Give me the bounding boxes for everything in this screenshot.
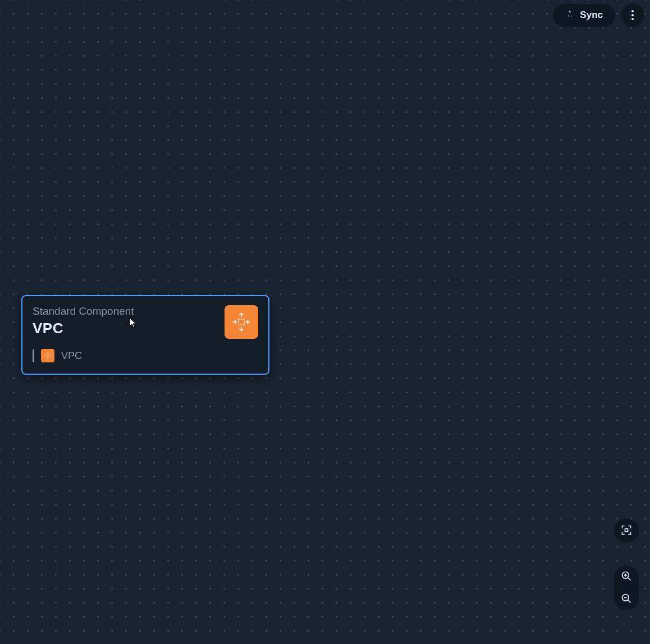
rocket-icon [565,10,574,21]
node-subtitle: Standard Component [33,305,225,318]
top-toolbar: Sync [553,3,644,27]
vpc-icon [225,305,258,339]
node-resource-row[interactable]: VPC [33,349,258,362]
zoom-out-icon [621,593,632,606]
node-title: VPC [33,320,225,337]
node-header: Standard Component VPC [33,305,258,339]
dots-vertical-icon [631,10,634,20]
resource-marker [33,349,34,362]
zoom-stack [614,565,639,610]
zoom-in-icon [621,571,632,583]
zoom-out-button[interactable] [614,588,639,610]
fit-screen-icon [621,525,632,537]
zoom-fit-button[interactable] [614,518,639,543]
vpc-icon [41,349,54,362]
svg-rect-0 [239,319,245,325]
sync-label: Sync [580,10,603,21]
svg-rect-2 [625,528,628,531]
zoom-in-button[interactable] [614,565,639,588]
vpc-component-node[interactable]: Standard Component VPC VPC [21,295,269,375]
node-text-block: Standard Component VPC [33,305,225,337]
resource-label: VPC [61,350,82,362]
more-menu-button[interactable] [621,3,644,27]
zoom-controls [614,518,639,610]
svg-rect-1 [47,355,49,357]
sync-button[interactable]: Sync [553,4,615,27]
